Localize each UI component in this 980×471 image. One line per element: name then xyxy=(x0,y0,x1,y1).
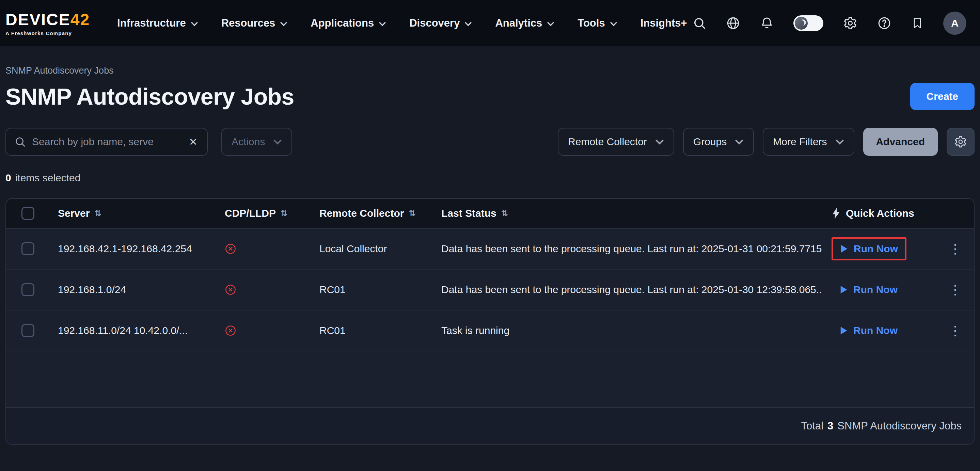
navbar-actions: A xyxy=(693,11,966,35)
nav-item-discovery[interactable]: Discovery xyxy=(409,17,472,29)
run-now-button[interactable]: Run Now xyxy=(840,243,898,255)
theme-toggle-knob xyxy=(795,17,808,30)
nav-item-resources[interactable]: Resources xyxy=(221,17,288,29)
table-row: 192.168.11.0/24 10.42.0.0/... RC01 Task … xyxy=(6,310,974,351)
chevron-down-icon xyxy=(280,21,287,26)
header-checkbox-cell xyxy=(6,207,50,220)
row-checkbox-cell xyxy=(6,283,50,296)
chevron-down-icon xyxy=(191,21,198,26)
groups-filter-label: Groups xyxy=(693,136,727,148)
table-footer: Total 3 SNMP Autodiscovery Jobs xyxy=(6,407,974,444)
run-now-button[interactable]: Run Now xyxy=(840,284,897,295)
server-cell[interactable]: 192.168.42.1-192.168.42.254 xyxy=(50,243,216,255)
select-all-checkbox[interactable] xyxy=(21,207,34,220)
kebab-menu-button[interactable]: ⋮ xyxy=(936,323,974,338)
nav-item-insights[interactable]: Insights+ xyxy=(641,17,687,29)
sort-icon[interactable]: ⇅ xyxy=(409,209,415,218)
chevron-down-icon xyxy=(465,21,472,26)
column-header-label: CDP/LLDP xyxy=(225,208,276,219)
filter-toolbar: ✕ Actions Remote Collector Groups More F… xyxy=(5,128,975,156)
status-error-icon xyxy=(225,243,236,255)
kebab-menu-button[interactable]: ⋮ xyxy=(936,241,974,256)
avatar[interactable]: A xyxy=(943,11,966,35)
chevron-down-icon xyxy=(379,21,386,26)
nav-item-label: Tools xyxy=(578,17,605,29)
sort-icon[interactable]: ⇅ xyxy=(281,209,287,218)
last-status-cell: Data has been sent to the processing que… xyxy=(433,243,822,255)
kebab-menu-button[interactable]: ⋮ xyxy=(936,282,974,297)
total-suffix: SNMP Autodiscovery Jobs xyxy=(837,420,962,432)
selection-label: items selected xyxy=(15,172,81,184)
clear-search-icon[interactable]: ✕ xyxy=(188,136,199,148)
column-header-last-status[interactable]: Last Status ⇅ xyxy=(433,208,822,219)
row-menu-cell: ⋮ xyxy=(936,282,974,297)
column-header-label: Server xyxy=(58,208,89,219)
run-now-label: Run Now xyxy=(853,284,897,295)
gear-icon[interactable] xyxy=(843,16,858,30)
quick-actions-cell: Run Now xyxy=(822,237,936,260)
bookmark-icon[interactable] xyxy=(911,16,923,30)
row-menu-cell: ⋮ xyxy=(936,241,974,256)
app-root: DEVICE 42 A Freshworks Company Infrastru… xyxy=(0,0,980,471)
notifications-bell-icon[interactable] xyxy=(760,16,774,30)
column-header-server[interactable]: Server ⇅ xyxy=(50,208,216,219)
nav-item-tools[interactable]: Tools xyxy=(578,17,617,29)
chevron-down-icon xyxy=(655,139,664,145)
nav-item-label: Analytics xyxy=(495,17,542,29)
create-button[interactable]: Create xyxy=(910,83,975,110)
filter-right-group: Remote Collector Groups More Filters Adv… xyxy=(558,128,975,156)
quick-actions-cell: Run Now xyxy=(822,284,936,295)
help-icon[interactable] xyxy=(877,16,891,30)
play-icon xyxy=(840,285,848,294)
chevron-down-icon xyxy=(835,139,844,145)
quick-actions-cell: Run Now xyxy=(822,325,936,336)
search-icon[interactable] xyxy=(693,16,706,30)
nav-item-label: Resources xyxy=(221,17,275,29)
run-now-label: Run Now xyxy=(853,325,897,336)
avatar-initial: A xyxy=(951,18,959,29)
advanced-button[interactable]: Advanced xyxy=(863,128,938,156)
column-header-cdp-lldp[interactable]: CDP/LLDP ⇅ xyxy=(216,208,311,219)
total-count: 3 xyxy=(827,420,833,432)
table-row: 192.168.1.0/24 RC01 Data has been sent t… xyxy=(6,270,974,310)
nav-item-analytics[interactable]: Analytics xyxy=(495,17,554,29)
moon-icon xyxy=(798,20,804,26)
selection-summary: 0 items selected xyxy=(5,172,975,184)
server-cell[interactable]: 192.168.1.0/24 xyxy=(50,284,216,295)
annotation-highlight: Run Now xyxy=(832,237,907,260)
sort-icon[interactable]: ⇅ xyxy=(501,209,508,218)
cdp-lldp-cell xyxy=(216,325,311,336)
search-input[interactable] xyxy=(32,136,181,148)
globe-icon[interactable] xyxy=(726,16,740,30)
row-checkbox[interactable] xyxy=(21,324,34,337)
page-title: SNMP Autodiscovery Jobs xyxy=(5,83,294,110)
nav-item-infrastructure[interactable]: Infrastructure xyxy=(117,17,198,29)
more-filters-dropdown[interactable]: More Filters xyxy=(763,128,854,156)
device42-logo[interactable]: DEVICE 42 A Freshworks Company xyxy=(5,10,90,36)
sort-icon[interactable]: ⇅ xyxy=(94,209,101,218)
jobs-table: Server ⇅ CDP/LLDP ⇅ Remote Collector ⇅ L… xyxy=(5,198,975,445)
remote-collector-filter-label: Remote Collector xyxy=(568,136,647,148)
table-row: 192.168.42.1-192.168.42.254 Local Collec… xyxy=(6,229,974,270)
play-icon xyxy=(840,244,848,253)
logo-wordmark: DEVICE 42 xyxy=(5,10,90,29)
row-checkbox-cell xyxy=(6,324,50,337)
nav-item-applications[interactable]: Applications xyxy=(310,17,386,29)
chevron-down-icon xyxy=(735,139,744,145)
logo-accent-text: 42 xyxy=(70,10,90,29)
column-header-remote-collector[interactable]: Remote Collector ⇅ xyxy=(311,208,433,219)
run-now-button[interactable]: Run Now xyxy=(840,325,897,336)
breadcrumb[interactable]: SNMP Autodiscovery Jobs xyxy=(5,65,975,76)
server-cell[interactable]: 192.168.11.0/24 10.42.0.0/... xyxy=(50,325,216,336)
row-checkbox[interactable] xyxy=(21,242,34,255)
status-error-icon xyxy=(225,284,236,295)
groups-filter[interactable]: Groups xyxy=(683,128,754,156)
search-box: ✕ xyxy=(5,128,208,156)
actions-dropdown-label: Actions xyxy=(232,136,265,148)
table-settings-button[interactable] xyxy=(947,128,975,156)
row-checkbox[interactable] xyxy=(21,283,34,296)
more-filters-label: More Filters xyxy=(773,136,827,148)
theme-toggle[interactable] xyxy=(794,15,823,31)
actions-dropdown[interactable]: Actions xyxy=(221,128,292,156)
remote-collector-filter[interactable]: Remote Collector xyxy=(558,128,674,156)
